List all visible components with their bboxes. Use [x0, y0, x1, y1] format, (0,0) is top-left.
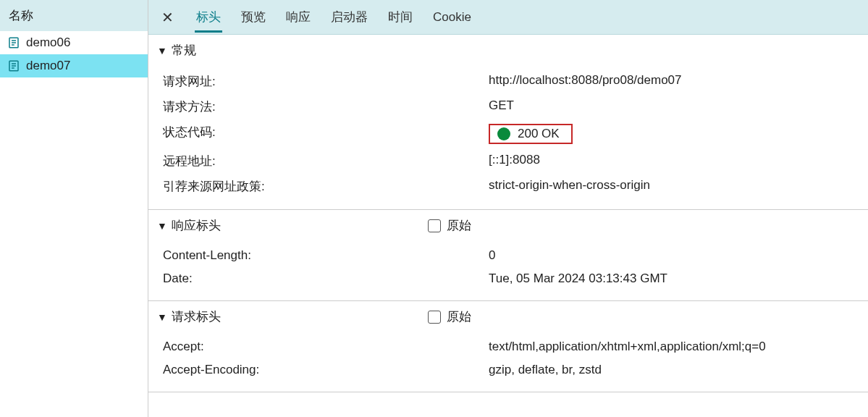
disclosure-icon: ▼: [157, 311, 167, 323]
file-icon: [7, 59, 20, 72]
section-title: 常规: [172, 42, 196, 59]
tab-headers[interactable]: 标头: [195, 1, 222, 33]
tab-initiator[interactable]: 启动器: [329, 1, 369, 33]
kv-value: text/html,application/xhtml+xml,applicat…: [489, 340, 854, 354]
kv-label: Accept:: [163, 340, 489, 354]
details-tabbar: ✕ 标头 预览 响应 启动器 时间 Cookie: [148, 0, 868, 35]
kv-label: 请求网址:: [163, 73, 489, 90]
tab-preview[interactable]: 预览: [240, 1, 267, 33]
kv-label: 远程地址:: [163, 153, 489, 169]
request-header-row: Accept-Encoding: gzip, deflate, br, zstd: [148, 358, 868, 382]
kv-label: Date:: [163, 271, 489, 286]
general-row: 远程地址: [::1]:8088: [148, 148, 868, 174]
status-code-value: 200 OK: [489, 124, 854, 144]
kv-label: 状态代码:: [163, 124, 489, 144]
kv-value: 0: [489, 248, 854, 263]
file-icon: [7, 36, 20, 49]
status-text: 200 OK: [518, 127, 560, 141]
status-dot-icon: [497, 127, 510, 140]
general-row: 请求方法: GET: [148, 94, 868, 119]
tab-response[interactable]: 响应: [285, 1, 312, 33]
section-general: ▼ 常规 请求网址: http://localhost:8088/pro08/d…: [148, 35, 868, 210]
kv-label: 引荐来源网址政策:: [163, 178, 489, 195]
raw-label: 原始: [447, 217, 471, 234]
raw-toggle[interactable]: 原始: [428, 217, 471, 234]
general-row: 引荐来源网址政策: strict-origin-when-cross-origi…: [148, 174, 868, 199]
sidebar-item-label: demo07: [26, 59, 70, 73]
sidebar-item-demo06[interactable]: demo06: [0, 31, 148, 54]
disclosure-icon: ▼: [157, 45, 167, 56]
request-header-row: Accept: text/html,application/xhtml+xml,…: [148, 335, 868, 358]
tab-timing[interactable]: 时间: [387, 1, 414, 33]
sidebar-item-demo07[interactable]: demo07: [0, 54, 148, 77]
kv-label: Accept-Encoding:: [163, 363, 489, 377]
response-header-row: Date: Tue, 05 Mar 2024 03:13:43 GMT: [148, 267, 868, 290]
sidebar-header: 名称: [0, 0, 148, 31]
section-title: 响应标头: [172, 217, 221, 234]
raw-label: 原始: [447, 308, 471, 325]
kv-value: Tue, 05 Mar 2024 03:13:43 GMT: [489, 271, 854, 286]
checkbox-icon[interactable]: [428, 311, 441, 324]
close-button[interactable]: ✕: [157, 7, 177, 28]
request-list-sidebar: 名称 demo06 demo07: [0, 0, 148, 417]
disclosure-icon: ▼: [157, 220, 167, 232]
raw-toggle[interactable]: 原始: [428, 308, 471, 325]
kv-label: Content-Length:: [163, 248, 489, 263]
response-header-row: Content-Length: 0: [148, 244, 868, 267]
section-request-headers: ▼ 请求标头 原始 Accept: text/html,application/…: [148, 301, 868, 392]
details-pane: ✕ 标头 预览 响应 启动器 时间 Cookie ▼ 常规 请求网址: http…: [148, 0, 868, 417]
kv-value: gzip, deflate, br, zstd: [489, 363, 854, 377]
kv-value: [::1]:8088: [489, 153, 854, 169]
tab-cookies[interactable]: Cookie: [431, 3, 473, 32]
kv-value: http://localhost:8088/pro08/demo07: [489, 73, 854, 90]
section-response-headers: ▼ 响应标头 原始 Content-Length: 0 Date: Tue, 0…: [148, 210, 868, 301]
general-row: 请求网址: http://localhost:8088/pro08/demo07: [148, 69, 868, 94]
kv-value: GET: [489, 98, 854, 115]
status-highlight: 200 OK: [489, 124, 573, 144]
section-response-headers-header[interactable]: ▼ 响应标头 原始: [148, 210, 868, 241]
section-title: 请求标头: [172, 308, 221, 325]
general-row: 状态代码: 200 OK: [148, 119, 868, 148]
sidebar-item-label: demo06: [26, 35, 70, 50]
checkbox-icon[interactable]: [428, 219, 441, 232]
section-request-headers-header[interactable]: ▼ 请求标头 原始: [148, 301, 868, 332]
section-general-header[interactable]: ▼ 常规: [148, 35, 868, 66]
kv-value: strict-origin-when-cross-origin: [489, 178, 854, 195]
kv-label: 请求方法:: [163, 98, 489, 115]
